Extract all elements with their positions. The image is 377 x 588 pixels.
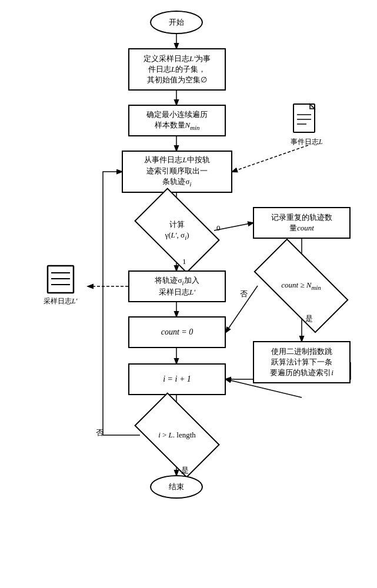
- diamond3-container: count ≥ Nmin: [258, 262, 345, 309]
- svg-line-4: [232, 145, 308, 172]
- box5-shape: count = 0: [128, 316, 226, 348]
- box1-shape: 定义采样日志L'为事件日志L的子集，其初始值为空集∅: [128, 48, 226, 91]
- box-count-label: 记录重复的轨迹数量count: [271, 212, 332, 233]
- diamond2-container: i > L. length: [140, 412, 214, 459]
- doc-icon: [292, 103, 321, 136]
- box6-shape: i = i + 1: [128, 363, 226, 395]
- box4-shape: 将轨迹σi加入采样日志L': [128, 270, 226, 302]
- box2-shape: 确定最小连续遍历样本数量Nmin: [128, 105, 226, 136]
- box3-shape: 从事件日志L中按轨迹索引顺序取出一条轨迹σi: [122, 151, 232, 193]
- diamond2-label: i > L. length: [158, 430, 196, 440]
- list-icon-container: 采样日志L': [44, 265, 77, 306]
- label-yes1: 是: [305, 313, 313, 324]
- box-jump-label: 使用二进制指数跳跃算法计算下一条要遍历的轨迹索引i: [270, 346, 333, 379]
- label-yes2: 是: [181, 465, 189, 476]
- list-icon: [46, 265, 75, 295]
- doc-icon-label: 事件日志L: [291, 137, 323, 147]
- label-zero: 0: [216, 222, 221, 233]
- box4-label: 将轨迹σi加入采样日志L': [155, 275, 199, 298]
- diamond1-container: 计算γ(L', σi): [140, 207, 214, 254]
- box6-label: i = i + 1: [163, 373, 191, 385]
- diamond3-label: count ≥ Nmin: [281, 280, 321, 292]
- end-shape: 结束: [150, 475, 203, 499]
- box5-label: count = 0: [161, 326, 193, 338]
- list-icon-label: 采样日志L': [44, 296, 77, 306]
- label-one: 1: [182, 256, 186, 266]
- start-label: 开始: [169, 17, 184, 28]
- label-no2: 否: [96, 427, 104, 438]
- box-count-shape: 记录重复的轨迹数量count: [253, 207, 351, 239]
- diamond1-label: 计算γ(L', σi): [165, 219, 189, 242]
- flowchart: 开始 定义采样日志L'为事件日志L的子集，其初始值为空集∅ 确定最小连续遍历样本…: [0, 0, 377, 588]
- start-shape: 开始: [150, 11, 203, 34]
- box2-label: 确定最小连续遍历样本数量Nmin: [146, 109, 208, 132]
- box-jump-shape: 使用二进制指数跳跃算法计算下一条要遍历的轨迹索引i: [253, 341, 351, 383]
- label-no1: 否: [240, 288, 248, 299]
- box1-label: 定义采样日志L'为事件日志L的子集，其初始值为空集∅: [144, 54, 211, 86]
- doc-icon-container: 事件日志L: [291, 103, 323, 147]
- end-label: 结束: [169, 482, 184, 492]
- box3-label: 从事件日志L中按轨迹索引顺序取出一条轨迹σi: [144, 155, 209, 188]
